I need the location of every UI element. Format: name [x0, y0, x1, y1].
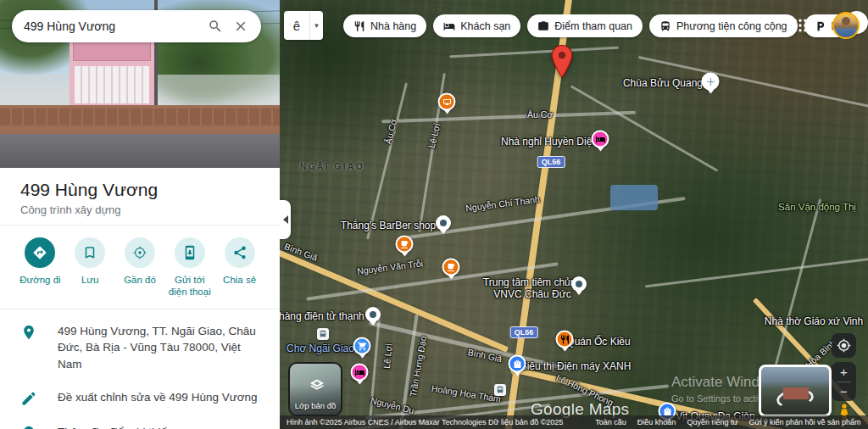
footer-link[interactable]: Quyền riêng tư	[687, 418, 737, 426]
search-icon[interactable]	[207, 18, 224, 35]
address-row[interactable]: 499 Hùng Vương, TT. Ngãi Giao, Châu Đức,…	[0, 315, 280, 382]
detail-text: 499 Hùng Vương, TT. Ngãi Giao, Châu Đức,…	[58, 323, 259, 373]
marker-cafe[interactable]	[396, 236, 414, 257]
map-label[interactable]: Quán Ốc Kiều	[566, 336, 630, 348]
chevron-down-icon[interactable]: ▼	[309, 11, 323, 40]
map-label[interactable]: Cửa hàng điện tử thạnh	[280, 310, 364, 322]
filter-transit-button[interactable]: Phương tiện công cộng	[649, 14, 798, 37]
map-attribution-bar: Hình ảnh ©2025 Airbus CNES / Airbus Maxa…	[280, 415, 868, 429]
directions-button[interactable]: Đường đi	[15, 237, 65, 298]
road-minor	[381, 111, 636, 123]
map-canvas[interactable]: Chùa Bửu QuangÂu CơÂu CơLê LợiNhà nghỉ H…	[280, 0, 868, 429]
detail-text: Thêm địa điểm bị thiếu	[58, 424, 174, 429]
share-button[interactable]: Chia sẻ	[214, 237, 264, 298]
my-location-button[interactable]	[832, 333, 856, 358]
ime-label: ê	[284, 19, 309, 33]
map-label: Sân Vận động Thị	[778, 202, 856, 212]
map-filter-area: ê ▼ Nhà hàngKhách sạnĐiểm tham quanPhươn…	[284, 11, 868, 40]
map-label[interactable]: VNVC Châu Đức	[493, 288, 570, 300]
marker-destination-pin[interactable]	[551, 45, 573, 81]
marker-bus-stop[interactable]	[494, 384, 506, 396]
place-panel: 499 Hùng Vương Công trình xây dựng Đường…	[0, 0, 280, 429]
marker-temple[interactable]	[702, 73, 720, 94]
place-details-list: 499 Hùng Vương, TT. Ngãi Giao, Châu Đức,…	[0, 309, 280, 429]
bus-icon	[659, 20, 671, 32]
bookmark-icon	[75, 237, 105, 268]
camera-icon	[537, 20, 549, 32]
action-label: Gần đó	[124, 274, 156, 286]
restaurant-icon	[353, 20, 365, 32]
layers-button-label: Lớp bản đồ	[290, 401, 341, 410]
map-label[interactable]: Thắng's BarBer shop	[341, 220, 436, 231]
search-input[interactable]	[24, 20, 198, 33]
streetview-preview-house	[783, 387, 809, 399]
marker-place-dot[interactable]	[365, 307, 381, 326]
user-avatar[interactable]	[832, 12, 860, 39]
map-label: Âu Cơ	[527, 109, 553, 120]
filter-attractions-button[interactable]: Điểm tham quan	[527, 14, 643, 37]
input-method-button[interactable]: ê ▼	[284, 11, 323, 40]
map-label: NGÃI GIAO	[300, 162, 364, 171]
footer-link[interactable]: Gửi ý kiến phản hồi về sản phẩm	[748, 418, 860, 426]
map-layers-button[interactable]: Lớp bản đồ	[288, 362, 342, 416]
filter-label: Điểm tham quan	[554, 20, 632, 32]
marker-place-dot[interactable]	[436, 215, 451, 234]
layers-icon	[307, 376, 327, 396]
suggest-edit-row[interactable]: Đề xuất chỉnh sửa về 499 Hùng Vương	[0, 381, 280, 415]
stadium-structure	[610, 185, 658, 210]
send-to-phone-button[interactable]: Gửi tới điện thoại	[164, 237, 214, 298]
marker-place-dot[interactable]	[571, 276, 587, 295]
google-maps-window: 499 Hùng Vương Công trình xây dựng Đường…	[0, 0, 868, 429]
nearby-button[interactable]: Gần đó	[115, 237, 165, 298]
filter-restaurants-button[interactable]: Nhà hàng	[343, 14, 426, 37]
place-category: Công trình xây dựng	[20, 203, 259, 216]
marker-hotel[interactable]	[351, 364, 369, 385]
marker-bus-stop[interactable]	[317, 328, 329, 340]
footer-link[interactable]: Toàn cầu	[595, 418, 626, 426]
marker-cart[interactable]	[353, 337, 371, 359]
zoom-in-button[interactable]: +	[832, 362, 856, 382]
road-minor	[449, 47, 619, 58]
map-label[interactable]: Nhà nghỉ Huyền Diệu	[501, 136, 598, 148]
marker-cafe[interactable]	[442, 259, 460, 280]
collapse-panel-button[interactable]	[280, 200, 291, 239]
page-title: 499 Hùng Vương	[20, 180, 259, 200]
map-label[interactable]: Trung tâm tiêm chủng	[483, 276, 581, 288]
close-icon[interactable]	[232, 18, 249, 35]
filter-label: Phương tiện công cộng	[676, 20, 787, 32]
map-label: Hoàng Hoa Thám	[431, 383, 502, 404]
road-shield-badge: QL56	[510, 326, 538, 338]
filter-label: Khách sạn	[460, 20, 510, 32]
save-button[interactable]: Lưu	[65, 237, 115, 298]
action-label: Lưu	[81, 274, 99, 286]
map-label: Bình Giã	[467, 347, 503, 364]
marker-hotel[interactable]	[592, 131, 609, 152]
action-label: Chia sẻ	[223, 274, 256, 286]
footer-links: Toàn cầuĐiều khoảnQuyền riêng tưGửi ý ki…	[595, 418, 860, 426]
map-label[interactable]: Siêu thị Điện máy XANH	[520, 360, 632, 372]
map-label: Nguyễn Chí Thanh	[465, 194, 541, 214]
marker-bag[interactable]	[509, 355, 526, 376]
road-shield-badge: QL56	[537, 156, 565, 168]
photo-storefront	[75, 66, 149, 103]
map-label[interactable]: Nhà thờ Giáo xứ Vinh	[765, 315, 863, 327]
footer-link[interactable]: Điều khoản	[637, 418, 676, 426]
marker-restaurant[interactable]	[556, 331, 574, 352]
google-apps-grid-icon[interactable]	[792, 17, 809, 34]
directions-icon	[25, 237, 55, 268]
marker-electronics[interactable]	[438, 93, 456, 114]
action-label: Gửi tới điện thoại	[164, 274, 214, 298]
map-label[interactable]: Chợ Ngãi Giao	[287, 343, 354, 354]
action-label: Đường đi	[19, 274, 60, 286]
streetview-preview[interactable]	[759, 365, 832, 417]
map-label[interactable]: Chùa Bửu Quang	[623, 77, 703, 89]
search-box[interactable]	[12, 10, 261, 42]
map-filter-bar: Nhà hàngKhách sạnĐiểm tham quanPhương ti…	[343, 14, 849, 37]
filter-hotels-button[interactable]: Khách sạn	[433, 14, 520, 37]
road-minor	[645, 258, 868, 288]
parking-icon	[815, 20, 826, 32]
zoom-out-button[interactable]: −	[832, 382, 856, 402]
add-missing-place-row[interactable]: Thêm địa điểm bị thiếu	[0, 415, 280, 429]
map-label: Lê Lợi	[426, 122, 442, 149]
zoom-controls: + −	[832, 362, 856, 401]
